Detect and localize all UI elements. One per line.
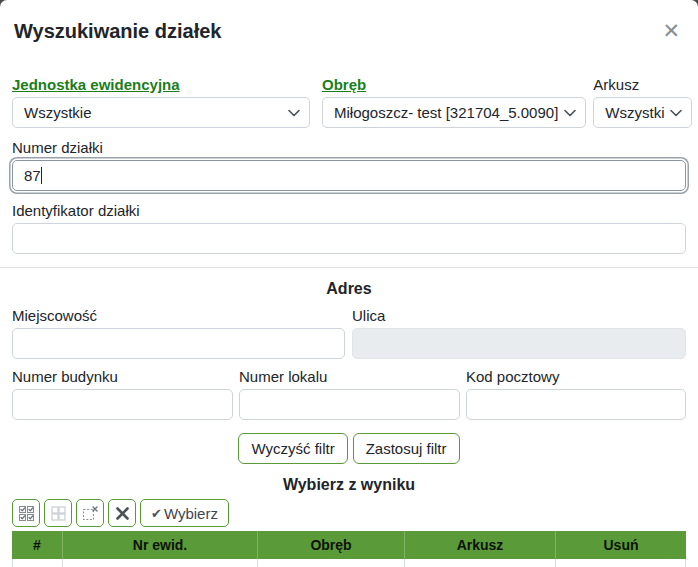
kod-pocztowy-label: Kod pocztowy [466,367,686,386]
obreb-select[interactable]: Miłogoszcz- test [321704_5.0090] [322,97,586,128]
results-toolbar: ✔Wybierz [12,499,686,527]
ulica-label: Ulica [352,306,686,325]
apply-filter-button[interactable]: Zastosuj filtr [353,433,460,464]
table-header-cell-arkusz: Arkusz [404,531,555,559]
clear-filter-button[interactable]: Wyczyść filtr [238,433,347,464]
table-header-cell-usun: Usuń [555,531,686,559]
numer-lokalu-label: Numer lokalu [239,367,460,386]
results-table-empty-body [12,559,686,567]
dialog-header: Wyszukiwanie działek ✕ [0,0,698,45]
numer-budynku-label: Numer budynku [12,367,233,386]
results-heading: Wybierz z wyniku [12,475,686,494]
numer-lokalu-input[interactable] [239,389,460,420]
parcel-search-dialog: Wyszukiwanie działek ✕ Jednostka ewidenc… [0,0,698,567]
grid-selection-button[interactable] [44,499,72,527]
jednostka-select[interactable]: Wszystkie [12,97,310,128]
chevron-down-icon [670,109,682,117]
wybierz-button[interactable]: ✔Wybierz [140,499,229,527]
obreb-label-link[interactable]: Obręb [322,75,366,94]
table-header-cell-nr-ewid: Nr ewid. [62,531,257,559]
arkusz-select-value: Wszystki [605,104,664,121]
dialog-title: Wyszukiwanie działek [14,17,222,45]
adres-heading: Adres [12,279,686,298]
check-icon: ✔ [151,506,162,521]
table-header-cell-obreb: Obręb [257,531,404,559]
clear-selection-button[interactable] [76,499,104,527]
numer-dzialki-field: Numer działki [12,138,686,191]
wybierz-button-label: Wybierz [164,505,218,522]
numer-dzialki-label: Numer działki [12,138,686,157]
identyfikator-label: Identyfikator działki [12,201,686,220]
results-table-header: # Nr ewid. Obręb Arkusz Usuń [12,531,686,559]
arkusz-select[interactable]: Wszystki [593,97,692,128]
close-icon: ✕ [662,19,680,43]
numer-dzialki-input-wrap [12,160,686,191]
jednostka-field: Jednostka ewidencyjna Wszystkie [12,75,310,128]
miejscowosc-input[interactable] [12,328,345,359]
kod-pocztowy-field: Kod pocztowy [466,367,686,420]
identyfikator-input[interactable] [12,223,686,254]
clear-selection-icon [81,505,99,522]
grid-icon [50,505,67,522]
filter-selects-row: Jednostka ewidencyjna Wszystkie Obręb Mi… [12,75,686,128]
adres-row-1: Miejscowość Ulica [12,306,686,359]
ulica-field: Ulica [352,306,686,359]
arkusz-label: Arkusz [593,75,692,94]
x-mark-icon [115,506,130,521]
select-all-icon [18,505,35,522]
text-caret [41,167,42,184]
table-header-cell-index: # [12,531,62,559]
obreb-select-value: Miłogoszcz- test [321704_5.0090] [334,104,558,121]
kod-pocztowy-input[interactable] [466,389,686,420]
section-divider [0,267,698,268]
numer-dzialki-input[interactable] [12,160,686,191]
obreb-field: Obręb Miłogoszcz- test [321704_5.0090] [322,75,586,128]
adres-row-2: Numer budynku Numer lokalu Kod pocztowy [12,367,686,420]
numer-budynku-input[interactable] [12,389,233,420]
numer-budynku-field: Numer budynku [12,367,233,420]
jednostka-label-link[interactable]: Jednostka ewidencyjna [12,75,180,94]
dialog-content: Jednostka ewidencyjna Wszystkie Obręb Mi… [0,75,698,567]
identyfikator-field: Identyfikator działki [12,201,686,254]
numer-lokalu-field: Numer lokalu [239,367,460,420]
chevron-down-icon [288,109,300,117]
select-all-button[interactable] [12,499,40,527]
jednostka-select-value: Wszystkie [24,104,92,121]
ulica-input [352,328,686,359]
filter-buttons-row: Wyczyść filtr Zastosuj filtr [12,433,686,464]
miejscowosc-field: Miejscowość [12,306,345,359]
deselect-button[interactable] [108,499,136,527]
arkusz-field: Arkusz Wszystki [593,75,692,128]
close-button[interactable]: ✕ [658,19,684,43]
miejscowosc-label: Miejscowość [12,306,345,325]
chevron-down-icon [564,109,576,117]
